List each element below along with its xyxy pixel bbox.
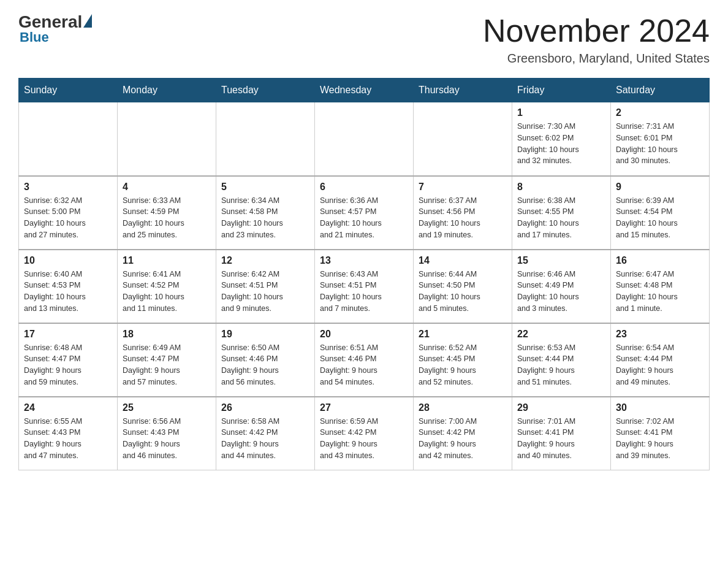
logo: General Blue bbox=[18, 12, 93, 45]
day-number: 18 bbox=[123, 329, 211, 340]
day-number: 19 bbox=[221, 329, 309, 340]
day-info: Sunrise: 6:46 AM Sunset: 4:49 PM Dayligh… bbox=[517, 269, 605, 315]
day-number: 3 bbox=[24, 182, 112, 193]
day-info: Sunrise: 7:01 AM Sunset: 4:41 PM Dayligh… bbox=[517, 416, 605, 462]
calendar-cell: 11Sunrise: 6:41 AM Sunset: 4:52 PM Dayli… bbox=[118, 250, 216, 323]
calendar-cell: 16Sunrise: 6:47 AM Sunset: 4:48 PM Dayli… bbox=[611, 250, 710, 323]
day-number: 5 bbox=[221, 182, 309, 193]
day-info: Sunrise: 6:34 AM Sunset: 4:58 PM Dayligh… bbox=[221, 195, 309, 241]
day-info: Sunrise: 6:51 AM Sunset: 4:46 PM Dayligh… bbox=[320, 342, 408, 388]
calendar-cell: 19Sunrise: 6:50 AM Sunset: 4:46 PM Dayli… bbox=[216, 323, 315, 397]
location-subtitle: Greensboro, Maryland, United States bbox=[483, 52, 710, 66]
day-number: 8 bbox=[517, 182, 605, 193]
day-info: Sunrise: 6:48 AM Sunset: 4:47 PM Dayligh… bbox=[24, 342, 112, 388]
day-number: 23 bbox=[616, 329, 704, 340]
day-number: 7 bbox=[419, 182, 507, 193]
calendar-cell: 10Sunrise: 6:40 AM Sunset: 4:53 PM Dayli… bbox=[19, 250, 118, 323]
day-info: Sunrise: 7:02 AM Sunset: 4:41 PM Dayligh… bbox=[616, 416, 704, 462]
calendar-cell bbox=[19, 102, 118, 176]
day-number: 30 bbox=[616, 402, 704, 413]
day-number: 17 bbox=[24, 329, 112, 340]
weekday-header-tuesday: Tuesday bbox=[216, 79, 315, 102]
calendar-week-2: 3Sunrise: 6:32 AM Sunset: 5:00 PM Daylig… bbox=[19, 176, 710, 250]
calendar-cell: 1Sunrise: 7:30 AM Sunset: 6:02 PM Daylig… bbox=[512, 102, 611, 176]
day-info: Sunrise: 6:40 AM Sunset: 4:53 PM Dayligh… bbox=[24, 269, 112, 315]
day-info: Sunrise: 7:00 AM Sunset: 4:42 PM Dayligh… bbox=[419, 416, 507, 462]
day-info: Sunrise: 6:47 AM Sunset: 4:48 PM Dayligh… bbox=[616, 269, 704, 315]
calendar-cell: 26Sunrise: 6:58 AM Sunset: 4:42 PM Dayli… bbox=[216, 397, 315, 470]
calendar-cell bbox=[216, 102, 315, 176]
calendar-cell: 25Sunrise: 6:56 AM Sunset: 4:43 PM Dayli… bbox=[118, 397, 216, 470]
day-info: Sunrise: 7:30 AM Sunset: 6:02 PM Dayligh… bbox=[517, 121, 605, 167]
day-number: 2 bbox=[616, 107, 704, 118]
day-number: 4 bbox=[123, 182, 211, 193]
calendar-cell: 27Sunrise: 6:59 AM Sunset: 4:42 PM Dayli… bbox=[315, 397, 414, 470]
calendar-week-5: 24Sunrise: 6:55 AM Sunset: 4:43 PM Dayli… bbox=[19, 397, 710, 470]
calendar-cell: 2Sunrise: 7:31 AM Sunset: 6:01 PM Daylig… bbox=[611, 102, 710, 176]
day-info: Sunrise: 6:54 AM Sunset: 4:44 PM Dayligh… bbox=[616, 342, 704, 388]
calendar-cell: 8Sunrise: 6:38 AM Sunset: 4:55 PM Daylig… bbox=[512, 176, 611, 250]
calendar-cell: 15Sunrise: 6:46 AM Sunset: 4:49 PM Dayli… bbox=[512, 250, 611, 323]
calendar-cell: 3Sunrise: 6:32 AM Sunset: 5:00 PM Daylig… bbox=[19, 176, 118, 250]
day-info: Sunrise: 6:36 AM Sunset: 4:57 PM Dayligh… bbox=[320, 195, 408, 241]
day-info: Sunrise: 6:53 AM Sunset: 4:44 PM Dayligh… bbox=[517, 342, 605, 388]
day-number: 15 bbox=[517, 255, 605, 266]
calendar-cell: 20Sunrise: 6:51 AM Sunset: 4:46 PM Dayli… bbox=[315, 323, 414, 397]
calendar-cell: 14Sunrise: 6:44 AM Sunset: 4:50 PM Dayli… bbox=[414, 250, 512, 323]
weekday-header-monday: Monday bbox=[118, 79, 216, 102]
day-number: 9 bbox=[616, 182, 704, 193]
day-info: Sunrise: 6:37 AM Sunset: 4:56 PM Dayligh… bbox=[419, 195, 507, 241]
calendar-cell: 6Sunrise: 6:36 AM Sunset: 4:57 PM Daylig… bbox=[315, 176, 414, 250]
logo-triangle-icon bbox=[83, 14, 92, 28]
day-info: Sunrise: 6:52 AM Sunset: 4:45 PM Dayligh… bbox=[419, 342, 507, 388]
day-number: 11 bbox=[123, 255, 211, 266]
day-info: Sunrise: 6:58 AM Sunset: 4:42 PM Dayligh… bbox=[221, 416, 309, 462]
title-area: November 2024 Greensboro, Maryland, Unit… bbox=[483, 12, 710, 66]
day-number: 13 bbox=[320, 255, 408, 266]
day-number: 20 bbox=[320, 329, 408, 340]
day-number: 27 bbox=[320, 402, 408, 413]
calendar-cell: 7Sunrise: 6:37 AM Sunset: 4:56 PM Daylig… bbox=[414, 176, 512, 250]
calendar-week-3: 10Sunrise: 6:40 AM Sunset: 4:53 PM Dayli… bbox=[19, 250, 710, 323]
day-info: Sunrise: 6:41 AM Sunset: 4:52 PM Dayligh… bbox=[123, 269, 211, 315]
calendar-cell: 12Sunrise: 6:42 AM Sunset: 4:51 PM Dayli… bbox=[216, 250, 315, 323]
day-info: Sunrise: 6:33 AM Sunset: 4:59 PM Dayligh… bbox=[123, 195, 211, 241]
calendar-cell: 28Sunrise: 7:00 AM Sunset: 4:42 PM Dayli… bbox=[414, 397, 512, 470]
day-info: Sunrise: 6:56 AM Sunset: 4:43 PM Dayligh… bbox=[123, 416, 211, 462]
calendar-cell: 21Sunrise: 6:52 AM Sunset: 4:45 PM Dayli… bbox=[414, 323, 512, 397]
logo-blue-text: Blue bbox=[20, 29, 49, 45]
day-info: Sunrise: 6:50 AM Sunset: 4:46 PM Dayligh… bbox=[221, 342, 309, 388]
day-info: Sunrise: 6:44 AM Sunset: 4:50 PM Dayligh… bbox=[419, 269, 507, 315]
calendar-cell: 4Sunrise: 6:33 AM Sunset: 4:59 PM Daylig… bbox=[118, 176, 216, 250]
day-number: 6 bbox=[320, 182, 408, 193]
calendar-cell: 29Sunrise: 7:01 AM Sunset: 4:41 PM Dayli… bbox=[512, 397, 611, 470]
day-number: 16 bbox=[616, 255, 704, 266]
day-info: Sunrise: 6:49 AM Sunset: 4:47 PM Dayligh… bbox=[123, 342, 211, 388]
calendar-header-row: SundayMondayTuesdayWednesdayThursdayFrid… bbox=[19, 79, 710, 102]
day-info: Sunrise: 6:55 AM Sunset: 4:43 PM Dayligh… bbox=[24, 416, 112, 462]
day-number: 25 bbox=[123, 402, 211, 413]
day-number: 29 bbox=[517, 402, 605, 413]
calendar-cell: 5Sunrise: 6:34 AM Sunset: 4:58 PM Daylig… bbox=[216, 176, 315, 250]
day-info: Sunrise: 7:31 AM Sunset: 6:01 PM Dayligh… bbox=[616, 121, 704, 167]
calendar-cell: 24Sunrise: 6:55 AM Sunset: 4:43 PM Dayli… bbox=[19, 397, 118, 470]
weekday-header-wednesday: Wednesday bbox=[315, 79, 414, 102]
weekday-header-sunday: Sunday bbox=[19, 79, 118, 102]
day-info: Sunrise: 6:42 AM Sunset: 4:51 PM Dayligh… bbox=[221, 269, 309, 315]
calendar-week-4: 17Sunrise: 6:48 AM Sunset: 4:47 PM Dayli… bbox=[19, 323, 710, 397]
weekday-header-thursday: Thursday bbox=[414, 79, 512, 102]
calendar-week-1: 1Sunrise: 7:30 AM Sunset: 6:02 PM Daylig… bbox=[19, 102, 710, 176]
page-header: General Blue November 2024 Greensboro, M… bbox=[18, 12, 710, 66]
day-number: 12 bbox=[221, 255, 309, 266]
month-title: November 2024 bbox=[483, 12, 710, 49]
day-info: Sunrise: 6:32 AM Sunset: 5:00 PM Dayligh… bbox=[24, 195, 112, 241]
calendar-table: SundayMondayTuesdayWednesdayThursdayFrid… bbox=[18, 78, 710, 470]
day-number: 1 bbox=[517, 107, 605, 118]
day-info: Sunrise: 6:43 AM Sunset: 4:51 PM Dayligh… bbox=[320, 269, 408, 315]
calendar-cell: 9Sunrise: 6:39 AM Sunset: 4:54 PM Daylig… bbox=[611, 176, 710, 250]
calendar-cell: 13Sunrise: 6:43 AM Sunset: 4:51 PM Dayli… bbox=[315, 250, 414, 323]
weekday-header-saturday: Saturday bbox=[611, 79, 710, 102]
day-number: 26 bbox=[221, 402, 309, 413]
day-number: 10 bbox=[24, 255, 112, 266]
calendar-cell bbox=[414, 102, 512, 176]
